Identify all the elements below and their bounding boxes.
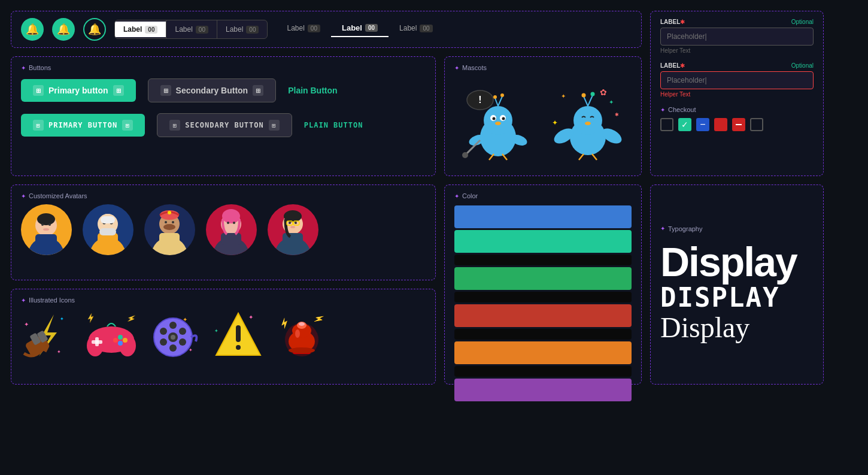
secondary-btn-mono-icon-left: ⊞ [169, 120, 180, 131]
buttons-row-2: ⊞ PRIMARY BUTTON ⊞ ⊞ SECONDARY BUTTON ⊞ … [21, 113, 426, 137]
svg-point-39 [37, 213, 55, 225]
svg-text:✦: ✦ [24, 321, 29, 328]
form-input-2[interactable] [660, 71, 814, 89]
svg-text:✦: ✦ [214, 328, 218, 334]
svg-point-90 [118, 335, 123, 340]
svg-text:✦: ✦ [552, 119, 558, 127]
svg-line-32 [592, 154, 597, 160]
svg-rect-89 [92, 340, 102, 344]
svg-rect-69 [283, 233, 303, 245]
svg-point-42 [43, 228, 49, 231]
mascot-1-svg: ! [459, 83, 537, 161]
svg-text:!: ! [478, 95, 481, 105]
plain-button[interactable]: Plain Button [288, 86, 337, 95]
avatar-3 [144, 204, 195, 255]
svg-point-92 [118, 341, 123, 346]
svg-line-13 [498, 96, 502, 106]
illustrated-icons-section: ✦ Illustrated Icons ✦ ✦ ✦ [11, 289, 436, 385]
svg-point-74 [290, 226, 295, 228]
avatar-4 [206, 204, 257, 255]
avatar-1 [21, 204, 72, 255]
svg-text:✦: ✦ [561, 93, 566, 99]
svg-point-9 [502, 117, 505, 120]
svg-point-10 [495, 122, 501, 125]
buttons-row-1: ⊞ Primary button ⊞ ⊞ Secondary Button ⊞ … [21, 78, 426, 102]
svg-text:✦: ✦ [60, 316, 64, 322]
svg-point-65 [227, 222, 229, 224]
color-swatch-black3 [454, 329, 632, 340]
color-swatch-black1 [454, 255, 632, 265]
display-text-3: Display [660, 312, 814, 344]
primary-button-mono[interactable]: ⊞ PRIMARY BUTTON ⊞ [21, 114, 145, 137]
plain-button-mono[interactable]: PLAIN BUTTON [304, 121, 363, 129]
mascots-section: ✦ Mascots ! [444, 56, 642, 176]
svg-point-99 [179, 328, 186, 335]
svg-rect-47 [99, 228, 116, 235]
svg-point-73 [295, 222, 297, 224]
plain-tab-group: Label 00 Label 00 Label 00 [276, 20, 443, 40]
plain-tab-2-active[interactable]: Label 00 [331, 20, 389, 37]
svg-text:⚡: ⚡ [85, 311, 96, 323]
svg-point-59 [168, 211, 171, 214]
top-nav-section: 🔔 🔔 🔔 Label 00 Label 00 Label 00 Label [11, 11, 642, 48]
avatar-5 [268, 204, 318, 255]
tab-label-active[interactable]: Label 00 [115, 22, 166, 37]
svg-point-26 [585, 122, 591, 125]
checkbox-unchecked-2[interactable] [750, 118, 763, 131]
svg-point-101 [169, 344, 177, 352]
icon-siren: ⚡ ⚡ [275, 308, 329, 362]
svg-point-16 [462, 152, 468, 158]
checkbox-row: ✓ − [660, 118, 814, 131]
svg-text:✦: ✦ [57, 349, 61, 355]
plain-tab-3[interactable]: Label 00 [389, 20, 444, 36]
svg-line-27 [584, 96, 588, 106]
secondary-button[interactable]: ⊞ Secondary Button ⊞ [148, 78, 277, 102]
svg-point-64 [222, 209, 240, 223]
primary-btn-icon-left: ⊞ [33, 85, 44, 96]
svg-point-102 [160, 338, 167, 346]
checkout-label: ✦ Checkout [660, 106, 814, 113]
svg-rect-53 [159, 233, 180, 245]
svg-point-41 [48, 223, 51, 226]
secondary-btn-icon-right: ⊞ [253, 85, 263, 96]
tab-label-3[interactable]: Label 00 [217, 22, 268, 37]
svg-line-31 [579, 154, 584, 160]
avatar-2 [83, 204, 133, 255]
svg-point-30 [591, 92, 595, 96]
bell-icon-filled-1[interactable]: 🔔 [21, 18, 44, 41]
tab-label-2[interactable]: Label 00 [166, 22, 217, 37]
svg-point-91 [123, 338, 128, 343]
mascots-label: ✦ Mascots [454, 64, 632, 71]
checkbox-error-partial[interactable] [732, 118, 745, 131]
plain-tab-1[interactable]: Label 00 [276, 20, 331, 36]
color-swatch-blue [454, 205, 632, 228]
color-swatch-purple [454, 379, 632, 401]
avatar-row [21, 204, 426, 255]
color-swatch-teal [454, 230, 632, 253]
bell-icon-outlined[interactable]: 🔔 [83, 18, 106, 41]
primary-button[interactable]: ⊞ Primary button ⊞ [21, 79, 136, 102]
icon-items-row: ✦ ✦ ✦ [21, 308, 426, 362]
mascots-row: ! [454, 76, 632, 168]
svg-point-122 [295, 329, 300, 338]
form-label-row-2: LABEL ✱ Optional [660, 62, 814, 69]
form-input-1[interactable] [660, 28, 814, 46]
svg-point-25 [573, 106, 602, 135]
bell-icon-filled-2[interactable]: 🔔 [52, 18, 75, 41]
checkbox-error[interactable] [714, 118, 727, 131]
checkbox-indeterminate[interactable]: − [696, 118, 709, 131]
form-field-2: LABEL ✱ Optional Helper Text [660, 62, 814, 98]
svg-point-103 [160, 328, 167, 335]
checkbox-unchecked[interactable] [660, 118, 673, 131]
color-section: ✦ Color [444, 184, 642, 385]
color-swatch-orange [454, 341, 632, 364]
svg-text:⚡: ⚡ [312, 312, 326, 326]
checkbox-checked[interactable]: ✓ [678, 118, 691, 131]
svg-point-12 [493, 95, 497, 99]
icon-film-reel: ✦ ✦ [148, 308, 202, 362]
svg-point-105 [171, 335, 175, 340]
secondary-button-mono[interactable]: ⊞ SECONDARY BUTTON ⊞ [157, 113, 292, 137]
checkout-section: ✦ Checkout ✓ − [660, 106, 814, 131]
svg-point-121 [289, 347, 315, 353]
svg-point-86 [87, 335, 104, 356]
